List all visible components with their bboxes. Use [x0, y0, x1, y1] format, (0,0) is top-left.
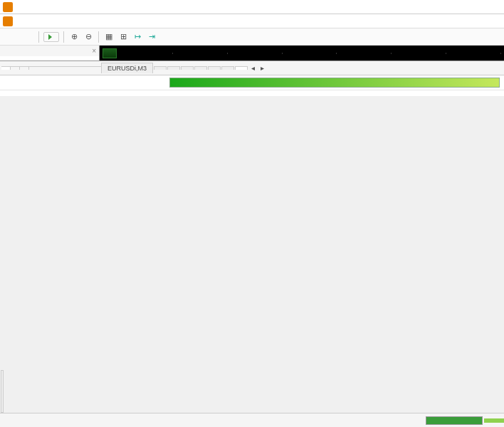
- chart-tab[interactable]: EURUSDi,M3: [101, 63, 153, 73]
- toolbar: ⊕ ⊖ ▦ ⊞ ↦ ⇥: [0, 28, 504, 46]
- timeframe-m1[interactable]: [3, 36, 9, 38]
- menu-insert[interactable]: [36, 20, 44, 23]
- app-menu-icon[interactable]: [3, 16, 13, 26]
- chart-tab[interactable]: [221, 66, 234, 70]
- chart-tab-active[interactable]: [235, 66, 248, 70]
- close-button[interactable]: [480, 1, 501, 14]
- scroll-right-icon[interactable]: ▸: [258, 63, 267, 73]
- minimize-button[interactable]: [437, 1, 458, 14]
- workspace-header: ×: [0, 46, 504, 61]
- separator: [98, 31, 99, 43]
- zoom-in-icon[interactable]: ⊕: [68, 31, 80, 43]
- time-cell: [118, 53, 173, 54]
- chart-timeline: [100, 46, 504, 60]
- menu-file[interactable]: [16, 20, 24, 23]
- menu-help[interactable]: [75, 20, 84, 23]
- progress-bar: [426, 416, 483, 425]
- strategy-tester-side-tab[interactable]: [1, 370, 4, 413]
- time-cell: [283, 53, 337, 54]
- chart-tab[interactable]: [167, 66, 180, 70]
- scroll-icon[interactable]: ⇥: [146, 31, 157, 43]
- menu-tools[interactable]: [56, 20, 64, 23]
- hq-bar: [169, 78, 500, 88]
- play-icon: [48, 34, 52, 40]
- subtab-details[interactable]: [11, 67, 20, 70]
- history-quality-row: [0, 75, 504, 90]
- time-cell: [337, 53, 392, 54]
- menu-bar: [0, 14, 504, 28]
- chart-tab[interactable]: [154, 66, 167, 70]
- algo-trading-button[interactable]: [43, 32, 59, 42]
- shift-icon[interactable]: ↦: [132, 31, 143, 43]
- subtab-symbols[interactable]: [1, 67, 11, 70]
- start-button[interactable]: [484, 418, 504, 423]
- menu-charts[interactable]: [46, 20, 54, 23]
- maximize-button[interactable]: [458, 1, 480, 14]
- timeframe-m15[interactable]: [20, 36, 26, 38]
- chart-tab[interactable]: [208, 66, 221, 70]
- time-cell: [392, 53, 446, 54]
- timeframe-m5[interactable]: [11, 36, 17, 38]
- menu-view[interactable]: [26, 20, 34, 23]
- layout-icon[interactable]: ⊞: [117, 31, 129, 43]
- title-bar: [0, 0, 504, 14]
- backtest-report: [0, 75, 504, 96]
- grid-icon[interactable]: ▦: [103, 31, 115, 43]
- subtab-trading[interactable]: [20, 67, 29, 70]
- app-icon: [3, 2, 13, 12]
- separator: [38, 31, 39, 43]
- menu-window[interactable]: [65, 20, 74, 23]
- chart-thumb[interactable]: [103, 48, 117, 58]
- charts-row-pl: [0, 99, 504, 102]
- scroll-left-icon[interactable]: ◂: [248, 63, 258, 73]
- tester-tabs: [0, 413, 504, 427]
- timeframe-h1[interactable]: [28, 36, 34, 38]
- chart-tab[interactable]: [194, 66, 207, 70]
- separator: [63, 31, 64, 43]
- time-cell: [228, 53, 283, 54]
- chart-tabs: EURUSDi,M3 ◂ ▸: [0, 61, 504, 75]
- chart-tab[interactable]: [181, 66, 194, 70]
- time-cell: [173, 53, 228, 54]
- time-cell: [446, 53, 501, 54]
- zoom-out-icon[interactable]: ⊖: [83, 31, 94, 43]
- close-icon[interactable]: ×: [92, 47, 96, 55]
- market-watch-panel: ×: [0, 46, 100, 60]
